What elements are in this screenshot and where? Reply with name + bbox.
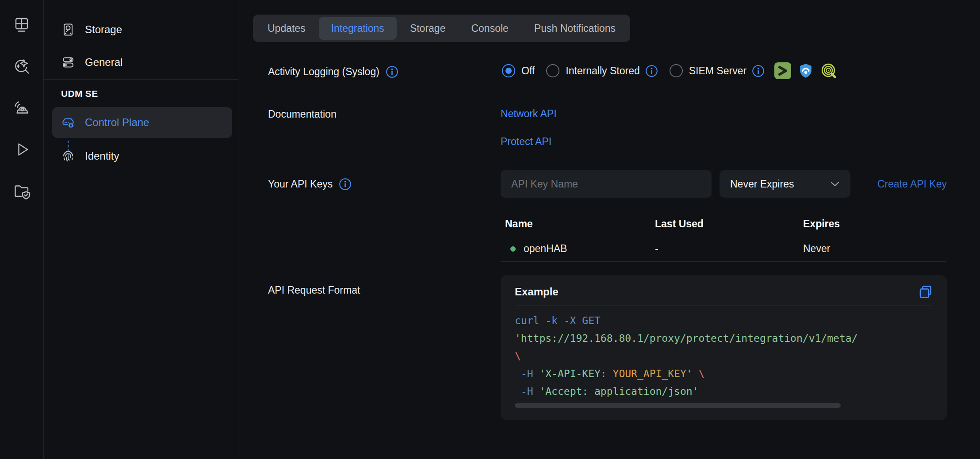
copy-icon[interactable] <box>919 285 933 299</box>
main-content: Updates Integrations Storage Console Pus… <box>239 0 980 459</box>
api-keys-label: Your API Keys <box>268 178 333 190</box>
create-api-key-button[interactable]: Create API Key <box>865 170 947 198</box>
tab-storage[interactable]: Storage <box>398 17 458 40</box>
settings-sidebar: Storage General UDM SE Control Plane <box>44 0 238 459</box>
radio-siem-server[interactable] <box>670 64 683 77</box>
activity-logging-label-row: Activity Logging (Syslog) <box>268 65 398 79</box>
code-scrollbar-horizontal[interactable] <box>515 403 841 408</box>
sidebar-item-control-plane[interactable]: Control Plane <box>52 107 232 138</box>
table-row: openHAB - Never <box>501 236 946 262</box>
sidebar-item-general[interactable]: General <box>44 50 238 75</box>
app-rail <box>0 0 44 459</box>
siem-vendor-icons <box>774 62 837 79</box>
request-format-label-row: API Request Format <box>268 283 360 297</box>
api-key-name-input[interactable] <box>501 170 712 198</box>
info-icon[interactable] <box>752 65 765 77</box>
sidebar-item-label: Storage <box>85 23 122 36</box>
protect-api-link[interactable]: Protect API <box>501 135 551 148</box>
network-api-link[interactable]: Network API <box>501 107 557 120</box>
dashboard-icon[interactable] <box>12 15 31 34</box>
tab-integrations[interactable]: Integrations <box>319 17 397 40</box>
tree-connector-line <box>68 141 69 156</box>
archive-shield-icon[interactable] <box>12 181 31 201</box>
hard-drive-icon <box>61 23 75 37</box>
radio-siem-server-label[interactable]: SIEM Server <box>689 65 746 77</box>
column-header-last-used: Last Used <box>655 218 803 230</box>
example-title: Example <box>515 286 559 298</box>
chevron-down-icon <box>830 181 840 187</box>
api-keys-label-row: Your API Keys <box>268 177 352 191</box>
radio-internally-stored-label[interactable]: Internally Stored <box>566 65 639 77</box>
tab-push-notifications[interactable]: Push Notifications <box>522 17 628 40</box>
documentation-label: Documentation <box>268 108 337 120</box>
toggles-icon <box>61 55 75 69</box>
tab-console[interactable]: Console <box>459 17 521 40</box>
radio-off-label[interactable]: Off <box>521 65 535 77</box>
control-plane-icon <box>61 115 75 130</box>
sidebar-divider <box>44 178 238 178</box>
table-header-row: Name Last Used Expires <box>501 212 946 236</box>
ai-search-icon[interactable] <box>12 57 31 76</box>
column-header-name: Name <box>505 218 655 230</box>
info-icon[interactable] <box>645 65 658 77</box>
graylog-icon <box>774 62 791 79</box>
request-format-label: API Request Format <box>268 284 360 296</box>
sidebar-item-label: Identity <box>85 150 119 162</box>
documentation-label-row: Documentation <box>268 107 337 121</box>
sidebar-divider <box>44 79 238 80</box>
sidebar-section-label: UDM SE <box>44 88 238 100</box>
wazuh-icon <box>797 62 814 79</box>
tab-updates[interactable]: Updates <box>255 17 318 40</box>
example-card: Example curl -k -X GET'https://192.168.8… <box>501 275 947 420</box>
expiry-dropdown-value: Never Expires <box>730 178 794 190</box>
activity-logging-label: Activity Logging (Syslog) <box>268 66 379 78</box>
settings-tabbar: Updates Integrations Storage Console Pus… <box>253 15 630 42</box>
example-divider <box>515 306 933 306</box>
radio-off[interactable] <box>502 64 515 77</box>
expiry-dropdown[interactable]: Never Expires <box>720 170 850 198</box>
radio-internally-stored[interactable] <box>546 64 559 77</box>
key-name: openHAB <box>524 243 567 255</box>
key-status-dot <box>510 246 516 252</box>
key-last-used: - <box>655 243 803 255</box>
playback-icon[interactable] <box>12 140 31 159</box>
column-header-expires: Expires <box>803 218 942 230</box>
info-icon[interactable] <box>386 65 398 78</box>
code-block: curl -k -X GET'https://192.168.80.1/prox… <box>515 312 933 400</box>
camera-icon[interactable] <box>12 98 31 118</box>
sidebar-item-label: General <box>85 56 122 69</box>
sidebar-item-storage[interactable]: Storage <box>44 17 238 42</box>
qradar-icon <box>820 62 837 79</box>
api-keys-table: Name Last Used Expires openHAB - Never <box>501 212 946 262</box>
sidebar-item-label: Control Plane <box>85 116 149 129</box>
info-icon[interactable] <box>339 178 352 191</box>
key-expires: Never <box>803 243 942 255</box>
sidebar-item-identity[interactable]: Identity <box>44 143 238 169</box>
syslog-radio-group: Off Internally Stored SIEM Server <box>502 60 837 82</box>
